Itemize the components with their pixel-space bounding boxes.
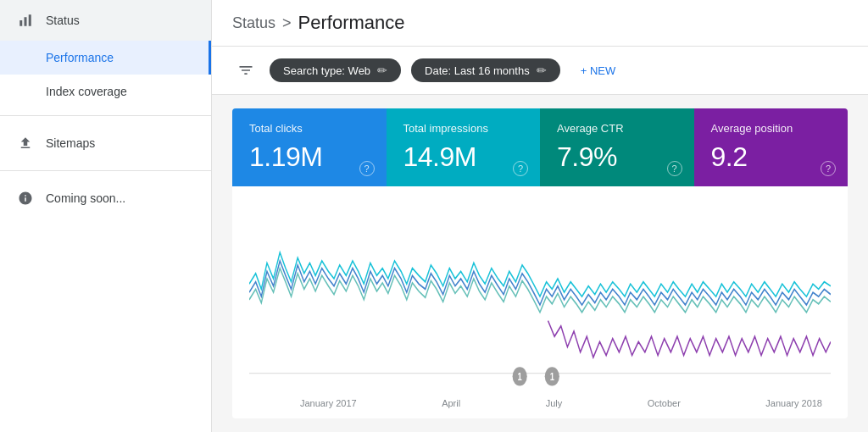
sidebar: Status Performance Index coverage Sitema… <box>0 0 212 432</box>
sidebar-item-performance[interactable]: Performance <box>0 41 211 75</box>
sidebar-divider-2 <box>0 170 211 171</box>
metric-average-ctr: Average CTR 7.9% ? <box>540 108 694 186</box>
total-impressions-help[interactable]: ? <box>513 161 528 176</box>
main-content: Status > Performance Search type: Web ✏ … <box>212 0 868 432</box>
upload-icon <box>17 135 34 152</box>
sidebar-item-coming-soon-label: Coming soon... <box>46 191 125 205</box>
x-label-october: October <box>648 398 681 408</box>
date-label: Date: Last 16 months <box>425 64 530 77</box>
total-impressions-value: 14.9M <box>403 141 524 173</box>
svg-text:1: 1 <box>550 371 554 382</box>
sidebar-item-coming-soon[interactable]: Coming soon... <box>0 178 211 219</box>
page-header: Status > Performance <box>212 0 868 47</box>
x-label-jan-2018: January 2018 <box>765 398 822 408</box>
x-label-april: April <box>442 398 460 408</box>
svg-rect-2 <box>29 14 31 26</box>
bar-chart-icon <box>17 12 34 29</box>
sidebar-divider-1 <box>0 115 211 116</box>
sidebar-item-status-label: Status <box>46 14 80 27</box>
sidebar-item-status[interactable]: Status <box>0 0 211 41</box>
sidebar-item-index-coverage-label: Index coverage <box>46 85 127 98</box>
x-label-july: July <box>546 398 563 408</box>
performance-chart: 1 1 <box>249 200 831 410</box>
average-position-help[interactable]: ? <box>821 161 836 176</box>
sidebar-item-performance-label: Performance <box>46 51 114 64</box>
x-label-jan-2017: January 2017 <box>300 398 357 408</box>
average-position-label: Average position <box>711 122 832 135</box>
breadcrumb-separator: > <box>282 14 292 32</box>
search-type-label: Search type: Web <box>283 64 370 77</box>
breadcrumb-parent: Status <box>232 14 275 32</box>
content-area: Total clicks 1.19M ? Total impressions 1… <box>212 95 868 432</box>
sidebar-item-sitemaps[interactable]: Sitemaps <box>0 123 211 163</box>
total-clicks-label: Total clicks <box>249 122 370 135</box>
svg-rect-1 <box>25 17 27 26</box>
info-icon <box>17 190 34 207</box>
new-button-label: + NEW <box>581 64 616 77</box>
filter-icon[interactable] <box>232 57 259 84</box>
date-edit-icon: ✏ <box>537 64 547 77</box>
svg-text:1: 1 <box>518 371 522 382</box>
search-type-edit-icon: ✏ <box>377 64 387 77</box>
sidebar-item-sitemaps-label: Sitemaps <box>46 136 95 150</box>
new-button[interactable]: + NEW <box>570 59 626 82</box>
page-title: Performance <box>298 12 405 34</box>
chart-container: 1 1 January 2017 April July October Janu… <box>232 186 848 418</box>
average-ctr-help[interactable]: ? <box>667 161 682 176</box>
svg-rect-0 <box>19 20 22 26</box>
average-ctr-value: 7.9% <box>557 141 677 173</box>
average-ctr-label: Average CTR <box>557 122 677 135</box>
average-position-value: 9.2 <box>711 141 832 173</box>
search-type-filter[interactable]: Search type: Web ✏ <box>270 58 401 82</box>
total-clicks-value: 1.19M <box>249 141 370 173</box>
sidebar-item-index-coverage[interactable]: Index coverage <box>0 75 211 108</box>
metrics-row: Total clicks 1.19M ? Total impressions 1… <box>232 108 848 186</box>
metric-total-impressions: Total impressions 14.9M ? <box>387 108 541 186</box>
total-impressions-label: Total impressions <box>403 122 524 135</box>
metric-average-position: Average position 9.2 ? <box>694 108 849 186</box>
metric-total-clicks: Total clicks 1.19M ? <box>232 108 387 186</box>
date-filter[interactable]: Date: Last 16 months ✏ <box>411 58 560 82</box>
toolbar: Search type: Web ✏ Date: Last 16 months … <box>212 47 868 95</box>
x-axis-labels: January 2017 April July October January … <box>249 395 831 408</box>
total-clicks-help[interactable]: ? <box>359 161 375 176</box>
